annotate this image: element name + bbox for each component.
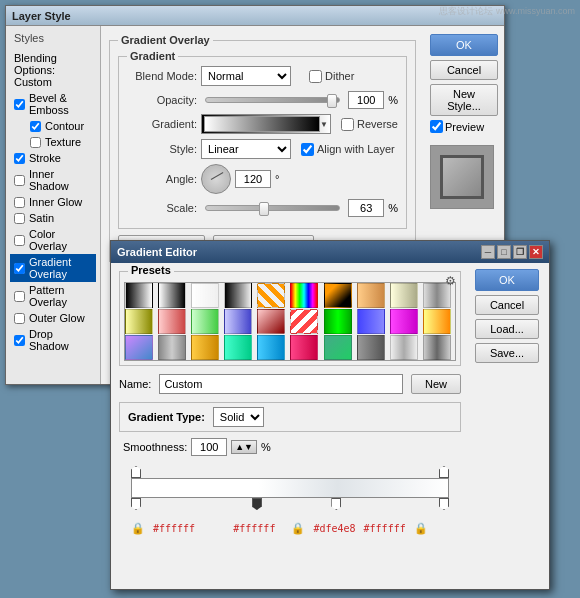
cancel-button[interactable]: Cancel [430, 60, 498, 80]
preset-swatch-23[interactable] [224, 335, 252, 360]
preset-swatch-16[interactable] [324, 309, 352, 334]
preset-swatch-3[interactable] [224, 283, 252, 308]
satin-checkbox[interactable] [14, 213, 25, 224]
preset-swatch-26[interactable] [324, 335, 352, 360]
color-overlay-checkbox[interactable] [14, 235, 25, 246]
preset-swatch-29[interactable] [423, 335, 451, 360]
ge-load-button[interactable]: Load... [475, 319, 539, 339]
ge-save-button[interactable]: Save... [475, 343, 539, 363]
preset-swatch-22[interactable] [191, 335, 219, 360]
drop-shadow-checkbox[interactable] [14, 335, 25, 346]
inner-glow-checkbox[interactable] [14, 197, 25, 208]
preview-checkbox-row[interactable]: Preview [430, 120, 498, 133]
opacity-stop-left[interactable] [131, 466, 141, 478]
stroke-checkbox[interactable] [14, 153, 25, 164]
inner-shadow-item[interactable]: Inner Shadow [10, 166, 96, 194]
align-layer-checkbox[interactable] [301, 143, 314, 156]
reverse-checkbox[interactable] [341, 118, 354, 131]
gradient-swatch-button[interactable]: ▼ [201, 114, 331, 134]
scale-slider[interactable] [205, 205, 340, 211]
texture-checkbox[interactable] [30, 137, 41, 148]
opacity-input[interactable] [348, 91, 384, 109]
preset-swatch-6[interactable] [324, 283, 352, 308]
ge-cancel-button[interactable]: Cancel [475, 295, 539, 315]
preset-swatch-15[interactable] [290, 309, 318, 334]
smoothness-arrow[interactable]: ▲▼ [231, 440, 257, 454]
preset-swatch-25[interactable] [290, 335, 318, 360]
new-gradient-button[interactable]: New [411, 374, 461, 394]
color-stop-value-4[interactable]: #ffffff [364, 523, 406, 534]
titlebar-close-btn[interactable]: ✕ [529, 245, 543, 259]
contour-checkbox[interactable] [30, 121, 41, 132]
preset-swatch-24[interactable] [257, 335, 285, 360]
pattern-overlay-checkbox[interactable] [14, 291, 25, 302]
blend-mode-select[interactable]: Normal [201, 66, 291, 86]
bevel-checkbox[interactable] [14, 99, 25, 110]
preview-checkbox[interactable] [430, 120, 443, 133]
style-select[interactable]: Linear [201, 139, 291, 159]
gradient-overlay-checkbox[interactable] [14, 263, 25, 274]
dither-label[interactable]: Dither [309, 70, 354, 83]
preset-swatch-27[interactable] [357, 335, 385, 360]
titlebar-restore-btn[interactable]: ❐ [513, 245, 527, 259]
drop-shadow-item[interactable]: Drop Shadow [10, 326, 96, 354]
preset-swatch-0[interactable] [125, 283, 153, 308]
inner-shadow-checkbox[interactable] [14, 175, 25, 186]
color-stop-2[interactable] [252, 498, 262, 510]
preset-swatch-10[interactable] [125, 309, 153, 334]
preset-swatch-28[interactable] [390, 335, 418, 360]
preset-swatch-8[interactable] [390, 283, 418, 308]
opacity-slider[interactable] [205, 97, 340, 103]
preset-swatch-13[interactable] [224, 309, 252, 334]
contour-item[interactable]: Contour [10, 118, 96, 134]
ok-button[interactable]: OK [430, 34, 498, 56]
scale-input[interactable] [348, 199, 384, 217]
texture-item[interactable]: Texture [10, 134, 96, 150]
pattern-overlay-item[interactable]: Pattern Overlay [10, 282, 96, 310]
align-layer-label[interactable]: Align with Layer [301, 143, 395, 156]
reverse-label[interactable]: Reverse [341, 118, 398, 131]
color-overlay-item[interactable]: Color Overlay [10, 226, 96, 254]
gradient-bar[interactable] [131, 478, 449, 498]
gradient-overlay-item[interactable]: Gradient Overlay [10, 254, 96, 282]
bevel-emboss-item[interactable]: Bevel & Emboss [10, 90, 96, 118]
titlebar-minimize-btn[interactable]: ─ [481, 245, 495, 259]
angle-dial[interactable] [201, 164, 231, 194]
gradient-type-select[interactable]: Solid [213, 407, 264, 427]
outer-glow-checkbox[interactable] [14, 313, 25, 324]
preset-swatch-2[interactable] [191, 283, 219, 308]
preset-swatch-14[interactable] [257, 309, 285, 334]
color-stop-3[interactable] [331, 498, 341, 510]
dither-checkbox[interactable] [309, 70, 322, 83]
preset-swatch-20[interactable] [125, 335, 153, 360]
color-stop-1[interactable] [131, 498, 141, 510]
name-input[interactable] [159, 374, 403, 394]
color-stop-value-2[interactable]: #ffffff [203, 523, 275, 534]
smoothness-input[interactable] [191, 438, 227, 456]
color-stop-value-1[interactable]: #ffffff [153, 523, 195, 534]
satin-item[interactable]: Satin [10, 210, 96, 226]
outer-glow-item[interactable]: Outer Glow [10, 310, 96, 326]
preset-swatch-1[interactable] [158, 283, 186, 308]
color-stop-value-3[interactable]: #dfe4e8 [313, 523, 355, 534]
preset-swatch-17[interactable] [357, 309, 385, 334]
preset-swatch-11[interactable] [158, 309, 186, 334]
inner-glow-item[interactable]: Inner Glow [10, 194, 96, 210]
titlebar-maximize-btn[interactable]: □ [497, 245, 511, 259]
new-style-button[interactable]: New Style... [430, 84, 498, 116]
preset-swatch-7[interactable] [357, 283, 385, 308]
preset-swatch-18[interactable] [390, 309, 418, 334]
preset-swatch-19[interactable] [423, 309, 451, 334]
angle-input[interactable] [235, 170, 271, 188]
preset-swatch-5[interactable] [290, 283, 318, 308]
preset-swatch-21[interactable] [158, 335, 186, 360]
preset-swatch-4[interactable] [257, 283, 285, 308]
presets-gear-icon[interactable]: ⚙ [445, 274, 456, 288]
blending-options-item[interactable]: Blending Options: Custom [10, 50, 96, 90]
preset-swatch-12[interactable] [191, 309, 219, 334]
color-stop-4[interactable] [439, 498, 449, 510]
gradient-type-row: Gradient Type: Solid [119, 402, 461, 432]
opacity-stop-right[interactable] [439, 466, 449, 478]
ge-ok-button[interactable]: OK [475, 269, 539, 291]
stroke-item[interactable]: Stroke [10, 150, 96, 166]
